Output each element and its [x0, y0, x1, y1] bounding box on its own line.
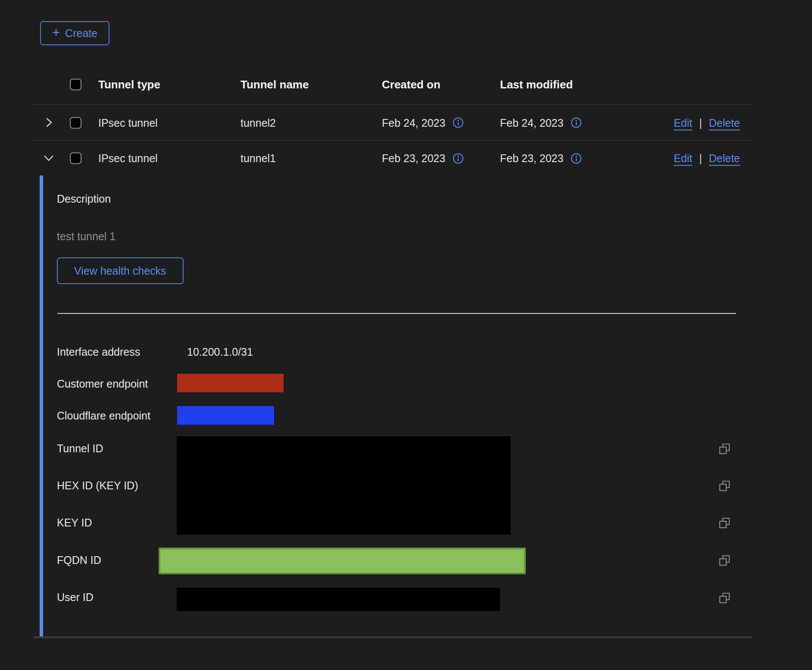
hex-id-label: HEX ID (KEY ID) — [57, 479, 138, 492]
column-header-tunnel-name: Tunnel name — [240, 78, 309, 91]
last-modified-cell: Feb 24, 2023 — [500, 116, 563, 129]
row-checkbox[interactable] — [70, 117, 81, 128]
copy-icon[interactable] — [718, 592, 731, 604]
tunnel-type-cell: IPsec tunnel — [98, 116, 158, 129]
select-all-checkbox[interactable] — [70, 79, 81, 91]
description-label: Description — [57, 193, 111, 205]
view-health-checks-button[interactable]: View health checks — [57, 257, 184, 284]
view-health-checks-label: View health checks — [74, 265, 166, 277]
action-separator: | — [699, 152, 702, 165]
customer-endpoint-label: Customer endpoint — [57, 378, 148, 390]
interface-address-label: Interface address — [57, 346, 140, 358]
create-button[interactable]: + Create — [40, 21, 109, 45]
plus-icon: + — [52, 26, 60, 39]
tunnels-page: + Create Tunnel type Tunnel name Created… — [0, 0, 812, 670]
create-button-label: Create — [65, 27, 97, 40]
tunnel-type-cell: IPsec tunnel — [98, 152, 158, 165]
expanded-row-indicator — [40, 175, 43, 637]
info-icon[interactable] — [571, 153, 582, 164]
tunnel-id-label: Tunnel ID — [57, 442, 103, 455]
created-on-cell: Feb 24, 2023 — [382, 116, 445, 129]
tunnel-name-cell: tunnel2 — [240, 116, 276, 129]
chevron-right-icon[interactable] — [41, 115, 56, 130]
fqdn-id-redaction — [159, 548, 526, 574]
column-header-tunnel-type: Tunnel type — [98, 78, 160, 91]
user-id-label: User ID — [57, 591, 94, 604]
section-divider — [57, 313, 736, 314]
column-header-last-modified: Last modified — [500, 78, 573, 91]
chevron-down-icon[interactable] — [41, 150, 56, 165]
row-checkbox[interactable] — [70, 153, 81, 164]
tunnel-name-cell: tunnel1 — [240, 152, 276, 165]
edit-link[interactable]: Edit — [674, 116, 692, 129]
description-value: test tunnel 1 — [57, 230, 116, 243]
copy-icon[interactable] — [718, 517, 731, 529]
customer-endpoint-redaction — [177, 374, 284, 392]
interface-address-value: 10.200.1.0/31 — [187, 346, 253, 358]
cloudflare-endpoint-redaction — [177, 406, 274, 425]
info-icon[interactable] — [571, 117, 582, 128]
table-row: IPsec tunnel tunnel1 Feb 23, 2023 Feb 23… — [32, 141, 752, 175]
cloudflare-endpoint-label: Cloudflare endpoint — [57, 410, 150, 422]
column-header-created-on: Created on — [382, 78, 440, 91]
copy-icon[interactable] — [718, 479, 731, 492]
info-icon[interactable] — [453, 117, 464, 128]
user-id-redaction — [177, 588, 500, 611]
delete-link[interactable]: Delete — [709, 152, 740, 165]
tunnel-ids-redaction — [177, 436, 511, 535]
created-on-cell: Feb 23, 2023 — [382, 152, 445, 165]
last-modified-cell: Feb 23, 2023 — [500, 152, 563, 165]
table-header-row: Tunnel type Tunnel name Created on Last … — [32, 65, 752, 105]
edit-link[interactable]: Edit — [674, 152, 692, 165]
info-icon[interactable] — [453, 153, 464, 164]
copy-icon[interactable] — [718, 442, 731, 455]
copy-icon[interactable] — [718, 554, 731, 567]
table-row: IPsec tunnel tunnel2 Feb 24, 2023 Feb 24… — [32, 105, 752, 141]
key-id-label: KEY ID — [57, 517, 92, 529]
fqdn-id-label: FQDN ID — [57, 554, 101, 567]
action-separator: | — [699, 116, 702, 129]
panel-bottom-border — [34, 636, 752, 638]
delete-link[interactable]: Delete — [709, 116, 740, 129]
